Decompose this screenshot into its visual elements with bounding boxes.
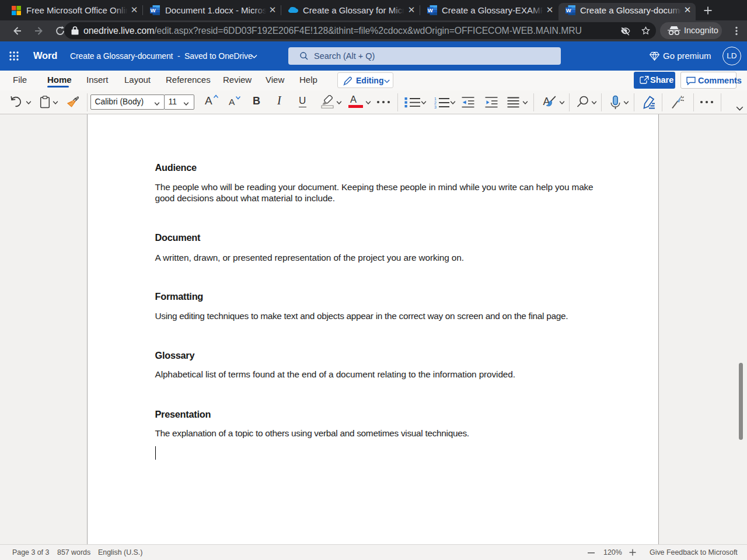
svg-text:2: 2 — [434, 101, 437, 105]
svg-text:W: W — [151, 7, 156, 13]
svg-text:3: 3 — [434, 105, 437, 109]
svg-text:W: W — [566, 7, 571, 13]
svg-text:1: 1 — [434, 97, 437, 101]
svg-text:W: W — [428, 7, 433, 13]
